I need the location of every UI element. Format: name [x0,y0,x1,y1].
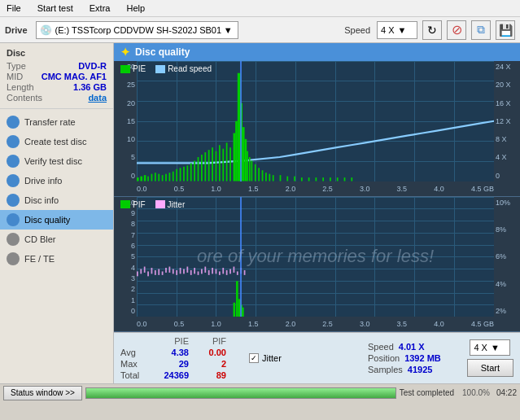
position-val: 1392 MB [404,353,441,363]
menubar: File Start test Extra Help [0,0,520,17]
charts-area: PIE Read speed 30 25 20 15 10 5 0 [114,61,520,332]
total-label: Total [120,370,151,380]
svg-rect-42 [280,175,282,181]
svg-rect-72 [186,266,188,272]
svg-rect-20 [208,150,210,181]
pif-x-axis: 0.0 0.5 1.0 1.5 2.0 2.5 3.0 3.5 4.0 4.5 … [137,317,494,331]
create-test-disc-icon [7,135,20,148]
sidebar: Disc Type DVD-R MID CMC MAG. AF1 Length … [0,43,114,383]
speed-value: 4 X [381,25,395,35]
svg-rect-54 [236,281,238,317]
sidebar-item-drive-info[interactable]: Drive info [0,171,113,190]
pif-chart-legend: PIF Jitter [120,200,185,209]
menu-extra[interactable]: Extra [86,2,114,15]
jitter-check-group: ✓ Jitter [249,353,282,363]
svg-rect-38 [262,170,264,181]
svg-rect-76 [201,269,203,273]
svg-rect-4 [151,174,153,182]
save-icon: 💾 [499,24,513,37]
sidebar-label-create-test-disc: Create test disc [24,137,86,147]
total-pie: 24369 [158,370,189,380]
jitter-legend-color [155,200,165,208]
sidebar-item-transfer-rate[interactable]: Transfer rate [0,112,113,132]
drive-info-icon [7,174,20,187]
sidebar-item-create-test-disc[interactable]: Create test disc [0,132,113,151]
toolbar: Drive 💿 (E:) TSSTcorp CDDVDW SH-S202J SB… [0,17,520,43]
refresh-button[interactable]: ↻ [422,20,442,40]
speed-select[interactable]: 4 X ▼ [377,21,417,39]
max-label: Max [120,359,151,369]
svg-rect-27 [234,133,236,182]
save-button[interactable]: 💾 [496,20,515,40]
content-area: ✦ Disc quality PIE Read speed 30 [114,43,520,383]
stats-max-row: Max 29 2 [120,359,226,369]
svg-rect-8 [165,174,167,182]
svg-rect-66 [165,268,167,273]
svg-rect-40 [269,174,270,182]
readspeed-legend-color [155,65,165,73]
verify-test-disc-icon [7,155,20,168]
sidebar-item-verify-test-disc[interactable]: Verify test disc [0,151,113,171]
progress-bar-container [85,387,396,399]
svg-rect-69 [176,269,177,274]
stats-row: PIE PIF Avg 4.38 0.00 Max 29 2 Total 243… [114,332,520,383]
speed-dropdown-arrow: ▼ [491,343,500,352]
svg-rect-26 [229,147,231,181]
svg-rect-13 [183,167,185,182]
disc-length-label: Length [7,82,34,92]
erase-button[interactable]: ⊘ [447,20,466,40]
svg-rect-82 [222,268,224,273]
main-layout: Disc Type DVD-R MID CMC MAG. AF1 Length … [0,43,520,383]
svg-rect-83 [226,269,228,274]
start-button[interactable]: Start [467,359,513,377]
jitter-legend-label: Jitter [168,200,186,209]
svg-rect-24 [222,149,224,182]
sidebar-label-transfer-rate: Transfer rate [24,117,76,127]
svg-rect-62 [151,268,153,273]
sidebar-item-fe-te[interactable]: FE / TE [0,249,113,269]
svg-rect-59 [140,269,142,273]
svg-rect-68 [173,269,174,273]
disc-contents-label: Contents [7,93,42,103]
stat-header-pie: PIE [158,336,189,346]
disc-info-icon [7,194,20,207]
stat-header-pif: PIF [195,336,226,346]
svg-rect-16 [194,160,195,181]
pif-legend-item: PIF [120,200,146,209]
menu-file[interactable]: File [3,2,24,15]
position-label: Position [368,353,400,363]
svg-rect-6 [158,174,159,182]
pif-chart: PIF Jitter 10 9 8 7 6 5 4 3 2 [114,197,520,333]
sidebar-item-disc-quality[interactable]: Disc quality [0,210,113,230]
svg-rect-78 [208,269,210,274]
jitter-checkbox[interactable]: ✓ [249,353,259,363]
svg-rect-28 [235,121,238,182]
pif-y-axis-right: 10% 8% 6% 4% 2% [494,197,520,317]
pie-chart-legend: PIE Read speed [120,64,212,73]
menu-start-test[interactable]: Start test [34,2,76,15]
status-window-button[interactable]: Status window >> [3,386,82,400]
samples-val: 41925 [408,365,433,374]
drive-select[interactable]: 💿 (E:) TSSTcorp CDDVDW SH-S202J SB01 ▼ [36,21,239,39]
svg-rect-31 [243,127,245,181]
svg-rect-65 [162,271,164,274]
speed-stat-row: Speed 4.01 X [368,342,441,352]
menu-help[interactable]: Help [123,2,148,15]
svg-rect-33 [247,151,248,182]
speed-dropdown[interactable]: 4 X ▼ [470,339,510,356]
disc-contents-val[interactable]: data [88,93,107,103]
pie-chart-svg [137,61,494,182]
svg-rect-36 [255,164,256,182]
svg-rect-63 [155,269,156,274]
svg-rect-60 [144,266,146,272]
sidebar-item-disc-info[interactable]: Disc info [0,190,113,210]
pif-chart-plot: ore of your memories for less! [137,197,494,317]
copy-button[interactable]: ⧉ [471,20,491,40]
pif-legend-color [120,200,130,208]
stats-group-main: PIE PIF Avg 4.38 0.00 Max 29 2 Total 243… [120,336,226,380]
disc-mid-val: CMC MAG. AF1 [42,72,107,81]
svg-rect-58 [137,271,138,276]
speed-dropdown-val: 4 X [474,343,487,352]
sidebar-label-cd-bler: CD Bler [24,234,56,244]
sidebar-item-cd-bler[interactable]: CD Bler [0,230,113,249]
